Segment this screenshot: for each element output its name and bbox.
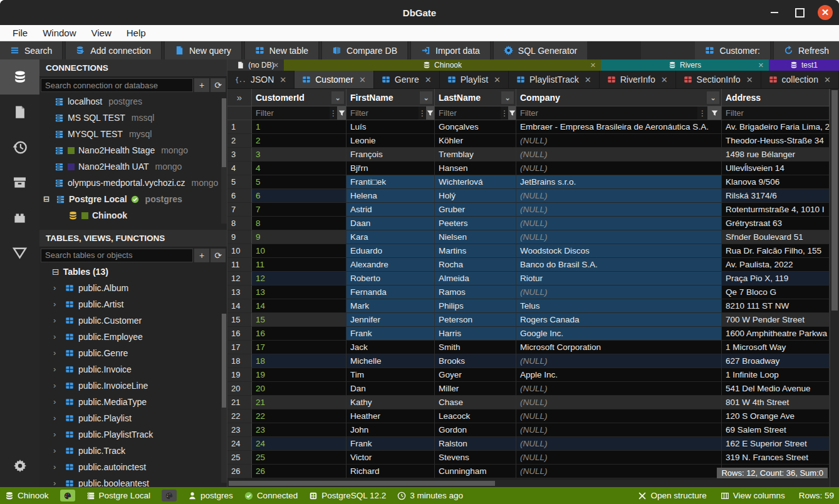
cell-address[interactable]: 69 Salem Street [722, 423, 830, 437]
grid-horizontal-scrollbar[interactable] [227, 480, 830, 487]
chevron-right-icon[interactable]: › [53, 299, 61, 309]
minimize-button[interactable] [768, 6, 781, 19]
statusbar-color-tile-3[interactable] [162, 490, 177, 501]
toolbar-button-new-query[interactable]: New query [165, 41, 241, 59]
chevron-right-icon[interactable]: › [53, 283, 61, 292]
cell-address[interactable]: Theodor-Heuss-Straße 34 [722, 134, 830, 148]
row-number[interactable]: 14 [227, 299, 252, 313]
cell-company[interactable]: (NULL) [516, 354, 722, 368]
toolbar-button-refresh[interactable]: Refresh [774, 41, 839, 59]
toolbar-button-new-table[interactable]: New table [245, 41, 318, 59]
cell-company[interactable]: (NULL) [516, 451, 722, 465]
cell-first[interactable]: Astrid [347, 203, 435, 217]
close-icon[interactable]: ✕ [359, 75, 366, 85]
statusbar-chinook[interactable]: Chinook [5, 491, 49, 500]
connections-search-input[interactable] [41, 78, 193, 92]
cell-id[interactable]: 20 [252, 382, 347, 396]
table-item[interactable]: ›public.booleantest [39, 475, 227, 487]
tab-playlisttrack[interactable]: PlaylistTrack✕ [509, 71, 600, 88]
filter-input-first[interactable] [347, 106, 419, 120]
cell-address[interactable]: Sřnder Boulevard 51 [722, 230, 830, 244]
db-group-tab-nodb[interactable]: (no DB)✕ [227, 59, 284, 71]
cell-first[interactable]: Fernanda [347, 285, 435, 299]
cell-first[interactable]: Daan [347, 217, 435, 230]
cell-last[interactable]: Gonçalves [435, 120, 516, 134]
cell-company[interactable]: (NULL) [516, 230, 722, 244]
cell-first[interactable]: Tim [347, 368, 435, 382]
filter-input-address[interactable] [722, 106, 829, 120]
cell-last[interactable]: Martins [435, 244, 516, 258]
db-group-tab-chinook[interactable]: Chinook✕ [284, 59, 601, 71]
cell-first[interactable]: Mark [347, 299, 435, 313]
connection-item[interactable]: olympus-medportal.vychozi.czmongo [39, 175, 227, 191]
cell-address[interactable]: 700 W Pender Street [722, 313, 830, 327]
cell-address[interactable]: Grétrystraat 63 [722, 217, 830, 230]
row-number[interactable]: 20 [227, 382, 252, 396]
maximize-button[interactable] [793, 6, 806, 19]
chevron-right-icon[interactable]: › [53, 332, 61, 341]
refresh-tables-button[interactable]: ⟳ [211, 249, 226, 262]
cell-id[interactable]: 24 [252, 437, 347, 451]
funnel-icon[interactable] [508, 106, 516, 120]
cell-company[interactable]: (NULL) [516, 382, 722, 396]
connection-item[interactable]: localhostpostgres [39, 93, 227, 110]
row-number[interactable]: 8 [227, 217, 252, 230]
rail-files[interactable] [0, 95, 39, 130]
row-number[interactable]: 24 [227, 437, 252, 451]
cell-first[interactable]: Bjřrn [347, 162, 435, 175]
row-number[interactable]: 19 [227, 368, 252, 382]
column-header-last[interactable]: LastName⌄ [435, 89, 516, 106]
cell-first[interactable]: Richard [347, 465, 435, 478]
row-number[interactable]: 12 [227, 272, 252, 285]
statusbar-color-tile-1[interactable] [60, 490, 75, 501]
cell-company[interactable]: (NULL) [516, 423, 722, 437]
tab-collection[interactable]: collection✕ [761, 71, 839, 88]
cell-first[interactable]: Victor [347, 451, 435, 465]
connection-item[interactable]: MYSQL TESTmysql [39, 126, 227, 142]
rail-settings[interactable] [0, 448, 39, 483]
add-table-small-button[interactable]: + [194, 249, 209, 262]
chevron-down-icon[interactable]: ⌄ [420, 91, 432, 104]
cell-id[interactable]: 22 [252, 409, 347, 423]
statusbar-view-columns[interactable]: View columns [721, 491, 785, 500]
toolbar-button-sql-generator[interactable]: SQL Generator [494, 41, 587, 59]
grid-vertical-scrollbar[interactable] [830, 89, 839, 487]
cell-address[interactable]: 1600 Amphitheatre Parkwa [722, 327, 830, 341]
cell-last[interactable]: Smith [435, 341, 516, 354]
tab-customer[interactable]: Customer✕ [294, 71, 374, 88]
toolbar-button-add-connection[interactable]: Add connection [66, 41, 161, 59]
cell-id[interactable]: 14 [252, 299, 347, 313]
cell-company[interactable]: Apple Inc. [516, 368, 722, 382]
rail-plugins[interactable] [0, 200, 39, 235]
row-number[interactable]: 18 [227, 354, 252, 368]
chevron-down-icon[interactable]: ⌄ [501, 91, 514, 104]
cell-id[interactable]: 21 [252, 396, 347, 409]
cell-last[interactable]: Brooks [435, 354, 516, 368]
cell-last[interactable]: Hansen [435, 162, 516, 175]
cell-last[interactable]: Goyer [435, 368, 516, 382]
table-item[interactable]: ›public.Genre [39, 345, 227, 361]
chevron-down-icon[interactable]: ⌄ [331, 91, 344, 104]
refresh-connections-button[interactable]: ⟳ [211, 78, 226, 92]
row-number[interactable]: 15 [227, 313, 252, 327]
tables-scrollbar[interactable] [221, 314, 227, 483]
filter-input-company[interactable] [516, 106, 697, 120]
cell-company[interactable]: Google Inc. [516, 327, 722, 341]
cell-company[interactable]: (NULL) [516, 409, 722, 423]
connection-item[interactable]: Chinook [39, 207, 227, 224]
funnel-icon[interactable] [426, 106, 434, 120]
tab-playlist[interactable]: Playlist✕ [440, 71, 509, 88]
cell-first[interactable]: Eduardo [347, 244, 435, 258]
cell-last[interactable]: Chase [435, 396, 516, 409]
table-item[interactable]: ›public.Employee [39, 329, 227, 345]
cell-address[interactable]: 627 Broadway [722, 354, 830, 368]
cell-id[interactable]: 11 [252, 258, 347, 272]
cell-first[interactable]: Roberto [347, 272, 435, 285]
funnel-icon[interactable] [337, 106, 346, 120]
chevron-down-icon[interactable]: ⌄ [707, 91, 719, 104]
cell-first[interactable]: Luís [347, 120, 435, 134]
row-number[interactable]: 21 [227, 396, 252, 409]
cell-last[interactable]: Cunningham [435, 465, 516, 478]
cell-first[interactable]: Michelle [347, 354, 435, 368]
cell-last[interactable]: Leacock [435, 409, 516, 423]
